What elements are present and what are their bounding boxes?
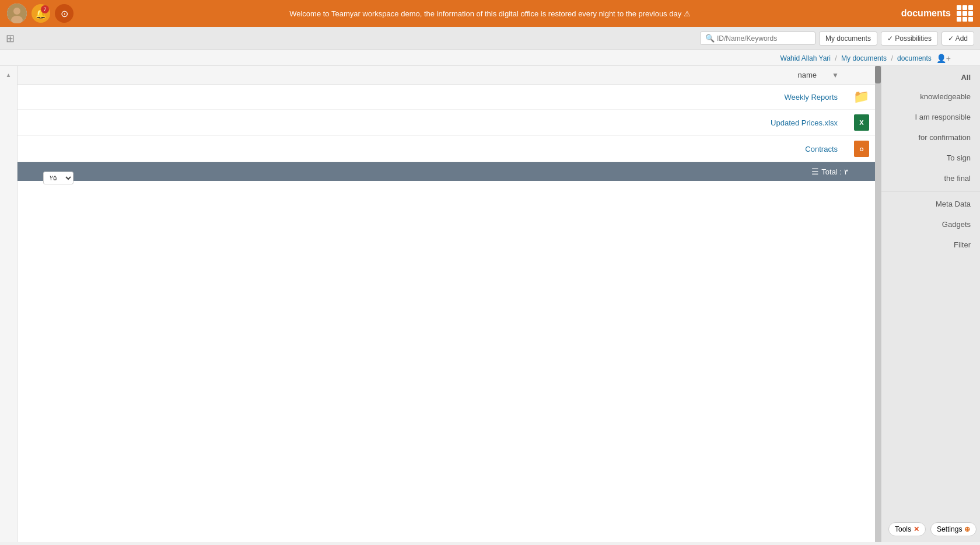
share-icon[interactable]: 👤+	[936, 54, 951, 63]
doc-name-cell: Updated Prices.xlsx	[18, 110, 844, 136]
svg-text:O: O	[859, 146, 863, 152]
announcement-text: Welcome to Teamyar workspace demo, the i…	[289, 9, 691, 18]
odoo-icon: O	[854, 141, 869, 157]
tools-label: Tools	[895, 525, 911, 533]
per-page-select[interactable]: ۲۵ ۵۰ ۱۰۰	[43, 172, 74, 184]
search-input[interactable]	[717, 34, 810, 43]
total-count: ۳	[844, 167, 848, 176]
breadcrumb-my-docs[interactable]: My documents	[841, 54, 887, 62]
possibilities-button[interactable]: ✓ Possibilities	[881, 32, 938, 46]
apps-grid-icon[interactable]	[957, 5, 973, 22]
sidebar-tools-row: Tools ✕ Settings ⊕	[881, 516, 980, 542]
sidebar-item-gadgets[interactable]: Gadgets	[881, 214, 980, 235]
search-area: 🔍 My documents ✓ Possibilities ✓ Add	[700, 32, 974, 46]
doc-icon-cell: 📁	[844, 85, 875, 110]
search-icon: 🔍	[705, 34, 715, 43]
breadcrumb-text: Wahid Allah Yari / My documents / docume…	[780, 54, 932, 62]
avatar[interactable]	[7, 4, 27, 23]
sidebar-separator	[881, 191, 980, 191]
name-column-header[interactable]: name ▼	[18, 66, 844, 85]
sidebar-item-to-sign[interactable]: To sign	[881, 148, 980, 168]
breadcrumb-current[interactable]: documents	[897, 54, 932, 62]
settings-label: Settings	[937, 525, 962, 533]
settings-button[interactable]: Settings ⊕	[930, 522, 977, 536]
total-count-icon: ☰	[811, 167, 819, 176]
top-bar: 🔔 7 ⊙ Welcome to Teamyar workspace demo,…	[0, 0, 980, 27]
sidebar-item-the-final[interactable]: the final	[881, 168, 980, 188]
search-box: 🔍	[700, 32, 816, 45]
secondary-bar: ⊞ 🔍 My documents ✓ Possibilities ✓ Add	[0, 27, 980, 50]
sidebar-item-for-confirmation[interactable]: for confirmation	[881, 127, 980, 148]
my-documents-button[interactable]: My documents	[819, 32, 877, 46]
svg-point-1	[13, 8, 20, 15]
right-sidebar: All knowledgeable I am responsible for c…	[881, 66, 980, 542]
sidebar-item-filter[interactable]: Filter	[881, 235, 980, 255]
empty-content-area	[18, 181, 875, 542]
home-button[interactable]: ⊙	[55, 4, 74, 23]
total-bar-wrapper: ☰ Total : ۳ ۲۵ ۵۰ ۱۰۰	[18, 162, 875, 181]
breadcrumb-user[interactable]: Wahid Allah Yari	[780, 54, 831, 62]
main-layout: ▲ name ▼ Weekly Reports	[0, 66, 980, 542]
excel-icon: X	[854, 114, 869, 131]
documents-table: name ▼ Weekly Reports 📁	[18, 66, 875, 162]
folder-icon: 📁	[853, 89, 869, 104]
up-arrow-icon[interactable]: ▲	[6, 72, 12, 78]
doc-name-cell: Weekly Reports	[18, 85, 844, 110]
sidebar-item-meta-data[interactable]: Meta Data	[881, 194, 980, 214]
scrollbar[interactable]	[875, 66, 881, 542]
doc-icon-cell: X	[844, 110, 875, 136]
left-sidebar: ▲	[0, 66, 18, 542]
add-button[interactable]: ✓ Add	[942, 32, 974, 46]
weekly-reports-link[interactable]: Weekly Reports	[784, 93, 838, 102]
table-row: Updated Prices.xlsx X	[18, 110, 875, 136]
contracts-link[interactable]: Contracts	[805, 145, 838, 153]
total-bar: ☰ Total : ۳	[18, 162, 875, 181]
top-bar-right: documents	[901, 5, 973, 22]
tools-x-icon: ✕	[914, 525, 919, 533]
tools-button[interactable]: Tools ✕	[888, 522, 926, 536]
sort-arrow-icon: ▼	[832, 71, 839, 79]
total-label: Total :	[821, 167, 842, 176]
main-content: name ▼ Weekly Reports 📁	[18, 66, 875, 542]
sidebar-item-i-am-responsible[interactable]: I am responsible	[881, 107, 980, 127]
settings-plus-icon: ⊕	[964, 525, 970, 533]
doc-icon-cell: O	[844, 136, 875, 162]
breadcrumb: Wahid Allah Yari / My documents / docume…	[0, 50, 980, 66]
doc-name-cell: Contracts	[18, 136, 844, 162]
icon-column-header	[844, 66, 875, 85]
notification-badge: 7	[41, 5, 49, 13]
top-bar-left: 🔔 7 ⊙	[7, 4, 74, 23]
notification-button[interactable]: 🔔 7	[32, 4, 50, 23]
table-row: Weekly Reports 📁	[18, 85, 875, 110]
sidebar-item-knowledgeable[interactable]: knowledgeable	[881, 86, 980, 107]
app-title: documents	[901, 8, 951, 19]
sidebar-spacer	[881, 255, 980, 516]
table-row: Contracts O	[18, 136, 875, 162]
sidebar-item-all[interactable]: All	[881, 68, 980, 86]
updated-prices-link[interactable]: Updated Prices.xlsx	[771, 118, 838, 127]
layout-icon[interactable]: ⊞	[6, 32, 15, 45]
